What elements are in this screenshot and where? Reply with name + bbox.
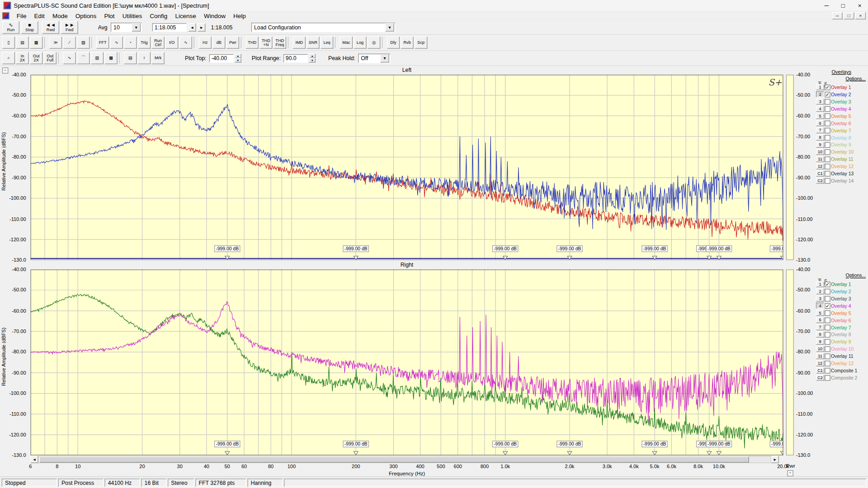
overlay-on-checkbox[interactable] (825, 310, 830, 315)
delay-button[interactable]: Dly (387, 37, 400, 49)
imd-button[interactable]: IMD (293, 37, 306, 49)
scroll-right-button[interactable]: ► (771, 456, 779, 463)
overlay-set-button[interactable]: 3 (816, 99, 824, 104)
spinner-up-icon[interactable]: ▴ (309, 54, 316, 58)
menu-window[interactable]: Window (200, 12, 229, 19)
overlay-on-checkbox[interactable] (825, 106, 830, 111)
mdi-restore-button[interactable]: □ (844, 12, 854, 19)
overlay-set-button[interactable]: 7 (816, 127, 824, 133)
log-button[interactable]: Log (354, 37, 366, 49)
overlay-on-checkbox[interactable] (825, 113, 830, 118)
spectrum-plot-button[interactable]: ∿ (63, 52, 76, 64)
new-file-button[interactable]: ▯ (2, 37, 15, 49)
overlay-on-checkbox[interactable] (825, 375, 830, 380)
print-button[interactable]: ▦ (30, 37, 42, 49)
overlay-on-checkbox[interactable]: ✓ (825, 84, 830, 90)
overlay-set-button[interactable]: 8 (816, 331, 824, 337)
overlay-set-button[interactable]: 7 (816, 324, 824, 330)
overlay-on-checkbox[interactable] (825, 142, 830, 147)
table-view-button[interactable]: ▤ (124, 52, 137, 64)
minimize-button[interactable]: ─ (818, 0, 835, 11)
load-configuration-select[interactable]: Load Configuration ▾ (251, 23, 395, 32)
overlay-set-button[interactable]: C2 (816, 178, 824, 183)
spinner-down-icon[interactable]: ▾ (235, 58, 241, 63)
forward-button[interactable]: ►► Fwd (61, 21, 78, 34)
timer-button[interactable]: ◔ (124, 37, 137, 49)
overlay-set-button[interactable]: C1 (816, 367, 824, 373)
overlay-set-button[interactable]: C2 (816, 375, 824, 380)
maximize-button[interactable]: □ (835, 0, 852, 11)
macro-button[interactable]: Mac (340, 37, 353, 49)
overlay-on-checkbox[interactable] (825, 127, 830, 133)
trigger-button[interactable]: Trig (138, 37, 151, 49)
overlay-on-checkbox[interactable] (825, 353, 830, 359)
menu-help[interactable]: Help (229, 12, 250, 19)
overlay-on-checkbox[interactable] (825, 289, 830, 294)
mdi-close-button[interactable]: × (855, 12, 866, 19)
overlay-on-checkbox[interactable] (825, 164, 830, 169)
menu-plot[interactable]: Plot (100, 12, 118, 19)
waterfall-plot-button[interactable]: ▨ (91, 52, 104, 64)
run-control-button[interactable]: Run Ctrl (152, 37, 165, 49)
scrollbar-thumb[interactable] (39, 456, 749, 462)
scrollbar-track[interactable] (38, 456, 771, 463)
spectrogram-plot-button[interactable]: ▩ (104, 52, 117, 64)
spinner-down-icon[interactable]: ▾ (309, 58, 316, 63)
spectrum-curve-button[interactable]: ∿ (110, 37, 123, 49)
avg-select[interactable]: 10 ▾ (111, 23, 142, 32)
open-file-button[interactable]: ▤ (16, 37, 29, 49)
menu-options[interactable]: Options (71, 12, 100, 19)
overlay-set-button[interactable]: 2 (816, 288, 824, 294)
overlay-on-checkbox[interactable] (825, 99, 830, 104)
overlay-on-checkbox[interactable]: ✓ (825, 282, 830, 287)
phase-plot-button[interactable]: ⌒ (77, 52, 90, 64)
mdi-minimize-button[interactable]: ─ (832, 12, 842, 19)
waterfall-3d-button[interactable]: ▨ (77, 37, 90, 49)
zoom-out-full-button[interactable]: Out Full (44, 52, 57, 64)
overlay-set-button[interactable]: 6 (816, 120, 824, 126)
collapse-button-bottom[interactable]: − (787, 470, 793, 476)
overlay-on-checkbox[interactable] (825, 296, 830, 301)
overlay-set-button[interactable]: 10 (816, 346, 824, 352)
position-field[interactable]: 1:18.005 (152, 23, 187, 31)
fast-forward-button[interactable]: ≫ (49, 37, 62, 49)
overlay-on-checkbox[interactable] (825, 171, 830, 176)
overlay-set-button[interactable]: 8 (816, 135, 824, 141)
snr-button[interactable]: SNR (307, 37, 319, 49)
overlay-on-checkbox[interactable]: ✓ (825, 92, 830, 97)
alarm-button[interactable]: ◎ (368, 37, 380, 49)
overlay-set-button[interactable]: 5 (816, 310, 824, 316)
thd-button[interactable]: THD (246, 37, 259, 49)
overlays-options-link[interactable]: Options... (846, 273, 866, 278)
overlay-on-checkbox[interactable] (825, 317, 830, 323)
spectrum-chart-left[interactable]: -999.00 dB-999.00 dB-999.00 dB-999.00 dB… (30, 75, 783, 260)
zoom-button[interactable]: ⌕ (2, 52, 15, 64)
overlay-on-checkbox[interactable] (825, 135, 830, 140)
overlay-set-button[interactable]: 12 (816, 360, 824, 366)
pwr-units-button[interactable]: Pwr (226, 37, 239, 49)
spinner-up-icon[interactable]: ▴ (235, 54, 241, 58)
thd-n-button[interactable]: THD +N (259, 37, 272, 49)
overlay-on-checkbox[interactable] (825, 339, 830, 344)
overlay-set-button[interactable]: 12 (816, 163, 824, 169)
overlay-on-checkbox[interactable] (825, 120, 830, 126)
scroll-left-button[interactable]: ◄ (30, 456, 38, 463)
plot-top-input[interactable]: -40.00 (209, 54, 234, 62)
overlay-set-button[interactable]: 4 (816, 303, 824, 309)
menu-config[interactable]: Config (146, 12, 171, 19)
overlay-set-button[interactable]: 4 (816, 106, 824, 112)
menu-file[interactable]: File (13, 12, 30, 19)
overlay-on-checkbox[interactable] (825, 156, 830, 162)
io-device-button[interactable]: I/O (165, 37, 178, 49)
fft-settings-button[interactable]: FFT (96, 37, 109, 49)
overlays-options-link[interactable]: Options... (846, 76, 866, 81)
close-button[interactable]: × (851, 0, 868, 11)
menu-mode[interactable]: Mode (48, 12, 71, 19)
menu-utilities[interactable]: Utilities (118, 12, 146, 19)
scope-button[interactable]: Scp (415, 37, 427, 49)
zoom-out-2x-button[interactable]: Out 2X (30, 52, 42, 64)
overlay-on-checkbox[interactable] (825, 368, 830, 373)
position-forward-button[interactable]: ► (198, 23, 205, 31)
pen-tool-button[interactable]: ∕ (63, 37, 76, 49)
overlay-set-button[interactable]: 5 (816, 113, 824, 119)
